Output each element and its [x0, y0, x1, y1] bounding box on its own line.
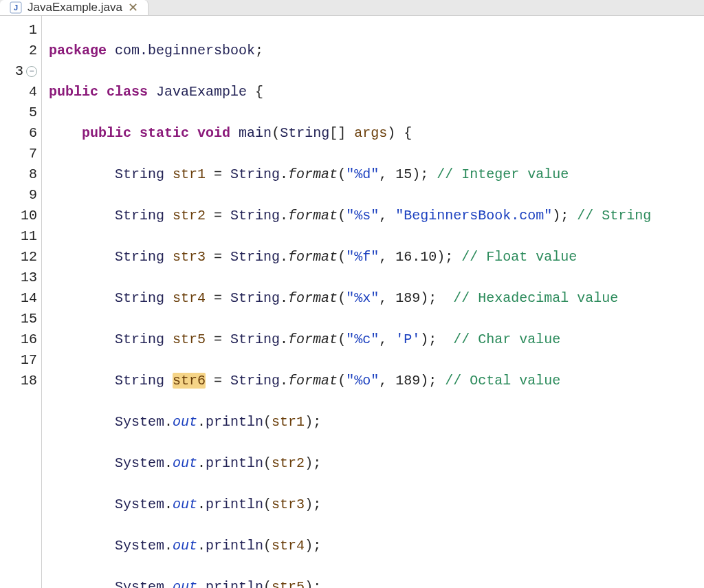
java-file-icon: J — [10, 1, 22, 14]
editor-tab-strip: J JavaExample.java ✕ — [0, 0, 704, 16]
line-number-gutter: 1 2 3− 4 5 6 7 8 9 10 11 12 13 14 15 16 … — [0, 16, 42, 588]
close-icon[interactable]: ✕ — [128, 0, 138, 15]
code-area[interactable]: package com.beginnersbook; public class … — [42, 16, 704, 588]
editor-tab-filename: JavaExample.java — [28, 1, 122, 14]
svg-text:J: J — [14, 3, 18, 12]
code-editor[interactable]: 1 2 3− 4 5 6 7 8 9 10 11 12 13 14 15 16 … — [0, 16, 704, 588]
editor-tab-javaexample[interactable]: J JavaExample.java ✕ — [0, 0, 148, 15]
fold-toggle-icon[interactable]: − — [26, 66, 37, 77]
